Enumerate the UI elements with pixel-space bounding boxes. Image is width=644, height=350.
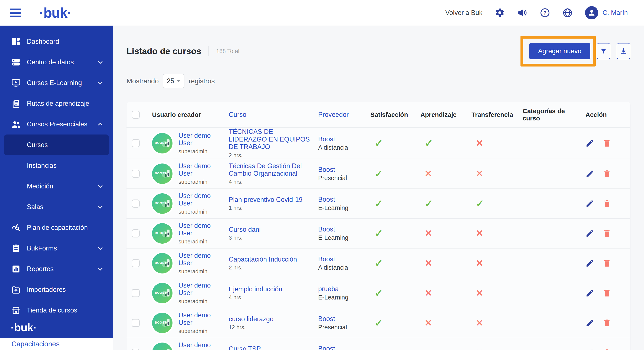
hamburger-icon[interactable]	[10, 9, 21, 17]
table-row: BOOST User demo User superadmin Técnicas…	[126, 159, 630, 188]
edit-pencil-icon[interactable]	[586, 318, 594, 327]
row-checkbox[interactable]	[132, 139, 140, 147]
delete-trash-icon[interactable]	[602, 169, 612, 178]
chevron-up-icon	[97, 121, 104, 128]
gear-icon[interactable]	[495, 8, 505, 18]
row-checkbox[interactable]	[132, 199, 140, 208]
delete-trash-icon[interactable]	[602, 199, 612, 208]
course-avatar: BOOST	[152, 133, 172, 153]
col-categorias: Categorías de curso	[522, 107, 586, 122]
provider-link[interactable]: Boost	[318, 255, 365, 263]
user-name: C. Marín	[602, 9, 628, 17]
transferencia-mark: ✕	[472, 288, 522, 298]
select-all-checkbox[interactable]	[132, 111, 140, 119]
sidebar-item-importadores[interactable]: Importadores	[4, 279, 109, 300]
sidebar-item-centro-de-datos[interactable]: Centro de datos	[4, 52, 109, 73]
filter-button[interactable]	[597, 43, 610, 59]
user-link[interactable]: User demo User	[178, 222, 224, 237]
sidebar-item-cursos[interactable]: Cursos	[4, 135, 109, 155]
delete-trash-icon[interactable]	[602, 318, 612, 327]
user-link[interactable]: User demo User	[178, 341, 224, 350]
chevron-down-icon	[97, 265, 104, 273]
sidebar-item-salas[interactable]: Salas	[4, 197, 109, 217]
edit-pencil-icon[interactable]	[586, 199, 594, 208]
registros-label: registros	[189, 77, 215, 85]
provider-link[interactable]: Boost	[318, 345, 365, 350]
edit-pencil-icon[interactable]	[586, 289, 594, 297]
transferencia-mark: ✕	[472, 168, 522, 179]
course-link[interactable]: Capacitación Inducción	[229, 256, 313, 263]
course-link[interactable]: Plan preventivo Covid-19	[229, 196, 313, 204]
user-link[interactable]: User demo User	[178, 192, 224, 207]
edit-pencil-icon[interactable]	[586, 348, 594, 350]
download-button[interactable]	[617, 43, 630, 59]
delete-trash-icon[interactable]	[602, 289, 612, 297]
provider-link[interactable]: Boost	[318, 315, 365, 323]
sidebar-item-cursos-elearning[interactable]: Cursos E-Learning	[4, 73, 109, 93]
store-icon	[11, 305, 21, 315]
course-link[interactable]: Curso dani	[229, 226, 313, 233]
col-proveedor[interactable]: Proveedor	[318, 111, 370, 119]
user-link[interactable]: User demo User	[178, 162, 224, 177]
edit-pencil-icon[interactable]	[586, 229, 594, 238]
sidebar-item-plan-de-capacitacion[interactable]: Plan de capacitación	[4, 217, 109, 238]
help-icon[interactable]: ?	[540, 8, 550, 18]
total-count-badge: 188 Total	[216, 48, 239, 55]
user-link[interactable]: User demo User	[178, 311, 224, 326]
col-usuario-creador: Usuario creador	[152, 111, 229, 118]
edit-pencil-icon[interactable]	[586, 259, 594, 268]
sidebar-item-rutas-de-aprendizaje[interactable]: Rutas de aprendizaje	[4, 93, 109, 114]
volver-a-buk-link[interactable]: Volver a Buk	[445, 9, 482, 17]
provider-link[interactable]: prueba	[318, 285, 365, 293]
chevron-down-icon	[97, 245, 104, 252]
course-link[interactable]: Ejemplo inducción	[229, 285, 313, 293]
agregar-nuevo-button[interactable]: Agregar nuevo	[529, 43, 590, 59]
delete-trash-icon[interactable]	[602, 139, 612, 148]
course-link[interactable]: curso liderazgo	[229, 315, 313, 323]
sidebar-item-dashboard[interactable]: Dashboard	[4, 31, 109, 52]
row-checkbox[interactable]	[132, 289, 140, 297]
row-checkbox[interactable]	[132, 170, 140, 178]
sidebar-item-reportes[interactable]: Reportes	[4, 258, 109, 279]
sidebar-item-instancias[interactable]: Instancias	[4, 155, 109, 176]
user-link[interactable]: User demo User	[178, 132, 224, 147]
delete-trash-icon[interactable]	[602, 229, 612, 238]
sidebar-item-label: Reportes	[27, 265, 54, 273]
provider-link[interactable]: Boost	[318, 225, 365, 233]
course-link[interactable]: Técnicas De Gestión Del Cambio Organizac…	[229, 162, 313, 177]
megaphone-icon[interactable]	[517, 8, 528, 18]
row-checkbox[interactable]	[132, 349, 140, 350]
course-link[interactable]: Curso TSP	[229, 345, 313, 350]
delete-trash-icon[interactable]	[602, 259, 612, 268]
course-avatar: BOOST	[152, 253, 172, 273]
course-hours: 4 hrs.	[229, 179, 313, 185]
course-hours: 4 hrs.	[229, 294, 313, 301]
user-link[interactable]: User demo User	[178, 282, 224, 297]
edit-pencil-icon[interactable]	[586, 169, 594, 178]
courses-table: Usuario creador Curso Proveedor Satisfac…	[126, 102, 630, 350]
edit-pencil-icon[interactable]	[586, 139, 594, 148]
elearning-icon	[11, 78, 21, 88]
course-link[interactable]: TÉCNICAS DE LIDERAZGO EN EQUIPOS DE TRAB…	[229, 128, 313, 151]
page-size-select[interactable]: 25	[163, 74, 184, 88]
globe-icon[interactable]	[562, 8, 573, 18]
sidebar-item-medicion[interactable]: Medición	[4, 176, 109, 197]
row-checkbox[interactable]	[132, 319, 140, 327]
col-curso[interactable]: Curso	[229, 111, 318, 119]
row-checkbox[interactable]	[132, 229, 140, 237]
sidebar-item-bukforms[interactable]: BukForms	[4, 238, 109, 258]
avatar-illustration-icon	[162, 138, 171, 149]
sidebar-item-label: BukForms	[27, 244, 57, 252]
provider-link[interactable]: Boost	[318, 166, 365, 174]
provider-modality: Presencial	[318, 324, 365, 331]
row-checkbox[interactable]	[132, 259, 140, 267]
sidebar-item-tienda-de-cursos[interactable]: Tienda de cursos	[4, 300, 109, 320]
provider-link[interactable]: Boost	[318, 135, 365, 143]
delete-trash-icon[interactable]	[602, 348, 612, 350]
user-menu[interactable]: C. Marín	[585, 6, 628, 20]
title-divider	[208, 46, 209, 56]
provider-link[interactable]: Boost	[318, 196, 365, 203]
sidebar-item-cursos-presenciales[interactable]: Cursos Presenciales	[4, 114, 109, 135]
user-link[interactable]: User demo User	[178, 252, 224, 267]
course-avatar: BOOST	[152, 193, 172, 214]
